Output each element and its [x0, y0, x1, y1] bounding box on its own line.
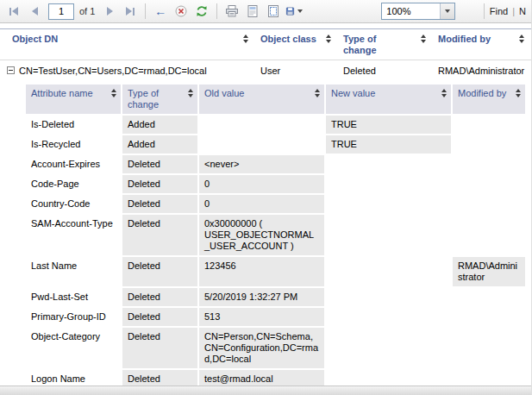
- type-of-change-label: Type of change: [343, 34, 397, 56]
- zoom-dropdown-button[interactable]: [440, 3, 454, 19]
- type-of-change-cell: Added: [122, 116, 197, 134]
- find-area: Find | N: [490, 6, 527, 16]
- report-toolbar: of 1 ←: [0, 0, 531, 23]
- type-of-change-cell: Added: [122, 135, 197, 154]
- old-value-cell: <never>: [199, 155, 324, 173]
- attribute-row: Object-Category Deleted CN=Person,CN=Sch…: [26, 328, 525, 368]
- back-to-parent-button[interactable]: ←: [151, 2, 170, 21]
- print-icon: [225, 4, 239, 18]
- column-header-attribute-name[interactable]: Attribute name: [26, 85, 121, 114]
- new-value-cell: [326, 308, 451, 326]
- sort-icon[interactable]: [421, 34, 426, 43]
- column-header-type-of-change[interactable]: Type of change: [122, 85, 197, 114]
- first-page-icon: [9, 7, 18, 16]
- modified-by-cell: RMAD\Administrator: [453, 257, 525, 286]
- attribute-row: Is-Deleted Added TRUE: [26, 116, 525, 134]
- page-setup-button[interactable]: [264, 2, 283, 21]
- object-row: CN=TestUser,CN=Users,DC=rmad,DC=local Us…: [0, 60, 531, 83]
- report-viewer-window: of 1 ←: [0, 0, 532, 395]
- horizontal-scrollbar[interactable]: [0, 386, 531, 395]
- attribute-name-cell: SAM-Account-Type: [26, 215, 121, 255]
- attribute-row: Code-Page Deleted 0: [26, 175, 525, 193]
- new-value-cell: TRUE: [326, 116, 451, 134]
- sort-icon[interactable]: [519, 34, 524, 43]
- column-header-old-value[interactable]: Old value: [199, 85, 324, 114]
- sort-icon[interactable]: [441, 89, 447, 97]
- column-header-object-dn[interactable]: Object DN: [0, 34, 255, 56]
- old-value-cell: 123456: [199, 257, 324, 286]
- attribute-name-cell: Is-Deleted: [26, 116, 121, 134]
- print-layout-icon: [246, 4, 260, 18]
- type-of-change-cell: Deleted: [122, 288, 197, 306]
- back-to-parent-icon: ←: [154, 5, 166, 17]
- attribute-row: Account-Expires Deleted <never>: [26, 155, 525, 173]
- zoom-select[interactable]: 100%: [381, 3, 455, 20]
- toolbar-separator: [484, 3, 485, 19]
- print-layout-button[interactable]: [243, 2, 262, 21]
- type-of-change-cell: Deleted: [122, 257, 197, 286]
- type-of-change-cell: Deleted: [338, 66, 433, 77]
- attribute-row: SAM-Account-Type Deleted 0x30000000 ( US…: [26, 215, 525, 255]
- old-value-cell: 0: [199, 175, 324, 193]
- next-page-button[interactable]: [100, 2, 119, 21]
- object-table-header: Object DN Object class Type of change Mo…: [0, 28, 531, 60]
- modified-by-label: Modified by: [458, 88, 506, 99]
- sort-icon[interactable]: [516, 89, 521, 97]
- attribute-name-cell: Country-Code: [26, 195, 121, 213]
- find-next-separator: |: [512, 6, 515, 16]
- modified-by-cell: [453, 288, 525, 306]
- stop-icon: [174, 4, 188, 18]
- modified-by-cell: [453, 116, 525, 134]
- find-next-button[interactable]: N: [519, 6, 526, 16]
- previous-page-button[interactable]: [25, 2, 44, 21]
- column-header-object-class[interactable]: Object class: [255, 34, 338, 56]
- collapse-expander-icon[interactable]: [7, 66, 15, 74]
- type-of-change-label: Type of change: [128, 88, 175, 110]
- new-value-cell: [326, 155, 451, 173]
- sort-icon[interactable]: [315, 89, 320, 97]
- print-button[interactable]: [222, 2, 241, 21]
- object-class-label: Object class: [260, 34, 316, 45]
- sort-icon[interactable]: [111, 89, 116, 97]
- export-button[interactable]: [285, 2, 304, 21]
- type-of-change-cell: Deleted: [122, 308, 197, 326]
- old-value-cell: 513: [199, 308, 324, 326]
- modified-by-cell: RMAD\Administrator: [433, 66, 531, 77]
- first-page-button[interactable]: [4, 2, 23, 21]
- find-button[interactable]: Find: [490, 6, 508, 16]
- column-header-modified-by[interactable]: Modified by: [453, 85, 525, 114]
- sort-icon[interactable]: [188, 89, 193, 97]
- new-value-cell: [326, 328, 451, 368]
- attribute-name-cell: Last Name: [26, 257, 121, 286]
- last-page-button[interactable]: [121, 2, 140, 21]
- sort-icon[interactable]: [243, 34, 248, 43]
- attribute-row: Is-Recycled Added TRUE: [26, 135, 525, 154]
- attribute-name-cell: Code-Page: [26, 175, 121, 193]
- column-header-modified-by[interactable]: Modified by: [433, 34, 531, 56]
- next-page-icon: [107, 7, 113, 16]
- object-class-cell: User: [255, 66, 338, 77]
- old-value-cell: 0x30000000 ( USER_OBJECTNORMAL_USER_ACCO…: [199, 215, 324, 255]
- modified-by-cell: [453, 308, 525, 326]
- column-header-new-value[interactable]: New value: [326, 85, 451, 114]
- column-header-type-of-change[interactable]: Type of change: [338, 34, 433, 56]
- refresh-button[interactable]: [192, 2, 211, 21]
- modified-by-cell: [453, 155, 525, 173]
- toolbar-separator: [145, 3, 146, 19]
- attribute-name-cell: Account-Expires: [26, 155, 121, 173]
- attribute-row: Country-Code Deleted 0: [26, 195, 525, 213]
- type-of-change-cell: Deleted: [122, 155, 197, 173]
- report-body: Object DN Object class Type of change Mo…: [0, 28, 531, 395]
- new-value-cell: [326, 257, 451, 286]
- new-value-cell: [326, 215, 451, 255]
- page-number-input[interactable]: [48, 3, 74, 20]
- attribute-row: Last Name Deleted 123456 RMAD\Administra…: [26, 257, 525, 286]
- new-value-cell: TRUE: [326, 135, 451, 154]
- stop-button[interactable]: [172, 2, 191, 21]
- modified-by-cell: [453, 135, 525, 154]
- modified-by-cell: [453, 215, 525, 255]
- object-dn-label: Object DN: [12, 34, 58, 45]
- attribute-name-cell: Pwd-Last-Set: [26, 288, 121, 306]
- old-value-cell: [199, 135, 324, 154]
- sort-icon[interactable]: [326, 34, 331, 43]
